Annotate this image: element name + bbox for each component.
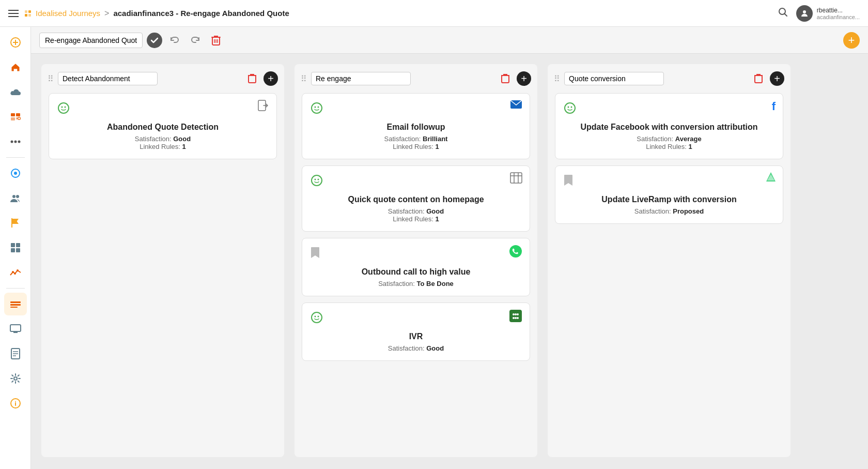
card-ivr-icon	[509, 309, 522, 325]
svg-point-6	[803, 10, 806, 13]
redo-button[interactable]	[187, 32, 204, 49]
sidebar-item-cloud[interactable]	[4, 81, 27, 103]
monitor-icon	[10, 324, 21, 334]
card-outbound-call[interactable]: Outbound call to high value Satisfaction…	[302, 238, 530, 296]
svg-point-79	[568, 107, 569, 108]
grid-icon	[10, 243, 21, 253]
column-delete-button-1[interactable]	[245, 71, 259, 86]
svg-point-52	[65, 107, 66, 108]
svg-rect-62	[510, 173, 522, 183]
breadcrumb-separator: >	[104, 9, 109, 18]
card-header-row-3	[311, 174, 521, 189]
sidebar-item-orange-bar[interactable]	[4, 293, 27, 315]
sidebar-item-document[interactable]	[4, 342, 27, 365]
svg-rect-70	[509, 310, 522, 322]
card-quick-quote[interactable]: Quick quote content on homepage Satisfac…	[302, 165, 530, 232]
card-body-6: Satisfaction: Average Linked Rules: 1	[564, 135, 774, 150]
card-linked-value-1: 1	[182, 143, 186, 150]
toolbar-delete-button[interactable]	[208, 32, 224, 49]
column-add-button-3[interactable]: +	[770, 71, 784, 86]
column-add-button-2[interactable]: +	[517, 71, 531, 86]
card-ivr[interactable]: IVR Satisfaction: Good	[302, 302, 530, 361]
svg-point-80	[571, 107, 572, 108]
drag-handle-3[interactable]: ⠿	[554, 74, 560, 84]
card-satisfaction-7: Satisfaction: Proposed	[564, 207, 774, 215]
settings-icon	[10, 373, 21, 384]
card-title-3: Quick quote content on homepage	[311, 195, 521, 204]
column-cards-1: Abandoned Quote Detection Satisfaction: …	[41, 93, 284, 159]
search-button[interactable]	[778, 7, 788, 20]
svg-rect-24	[11, 243, 15, 247]
sidebar-item-people[interactable]	[4, 187, 27, 209]
svg-point-73	[513, 317, 515, 319]
sidebar-item-chart[interactable]	[4, 261, 27, 284]
svg-point-57	[318, 107, 319, 108]
svg-point-55	[312, 103, 322, 113]
svg-point-67	[312, 312, 322, 323]
card-facebook-conversion[interactable]: f Update Facebook with conversion attrib…	[555, 93, 783, 159]
layers-icon	[10, 112, 21, 122]
card-liveramp-conversion[interactable]: Update LiveRamp with conversion Satisfac…	[555, 165, 783, 224]
card-abandoned-quote-detection[interactable]: Abandoned Quote Detection Satisfaction: …	[49, 93, 277, 159]
breadcrumb-link[interactable]: Idealised Journeys	[36, 9, 100, 18]
sidebar-item-segment[interactable]	[4, 162, 27, 185]
logo-icon	[25, 10, 33, 17]
card-title-1: Abandoned Quote Detection	[57, 123, 268, 132]
card-header-row-5	[311, 311, 521, 326]
sidebar-item-settings[interactable]	[4, 367, 27, 390]
card-smiley-icon-6	[564, 102, 576, 116]
sidebar-divider-1	[6, 157, 25, 158]
sidebar-item-grid[interactable]	[4, 236, 27, 259]
card-email-followup[interactable]: Email followup Satisfaction: Brilliant L…	[302, 93, 530, 159]
svg-rect-49	[249, 75, 256, 83]
redo-icon	[191, 36, 200, 44]
column-delete-button-2[interactable]	[498, 71, 513, 86]
card-liveramp-icon	[765, 171, 777, 185]
column-cards-3: f Update Facebook with conversion attrib…	[548, 93, 791, 224]
column-cards-2: Email followup Satisfaction: Brilliant L…	[295, 93, 537, 361]
svg-rect-10	[11, 113, 15, 116]
column-title-input-2[interactable]	[311, 72, 411, 85]
card-satisfaction-6: Satisfaction: Average	[564, 135, 774, 143]
column-header-3: ⠿ +	[548, 64, 791, 93]
svg-point-71	[513, 313, 515, 315]
canvas-add-button[interactable]: +	[843, 32, 860, 49]
svg-rect-11	[16, 113, 20, 116]
svg-point-17	[10, 141, 13, 143]
column-quote-conversion: ⠿ +	[548, 64, 791, 457]
breadcrumb: Idealised Journeys > acadianfinance3 - R…	[25, 9, 289, 18]
undo-button[interactable]	[166, 32, 183, 49]
undo-icon	[170, 36, 179, 44]
user-avatar	[796, 5, 813, 22]
journey-name-input[interactable]	[39, 33, 143, 48]
drag-handle-2[interactable]: ⠿	[301, 74, 307, 84]
card-linked-value-2: 1	[436, 143, 439, 150]
save-button[interactable]	[147, 33, 162, 48]
drag-handle-1[interactable]: ⠿	[48, 74, 54, 84]
column-add-button-1[interactable]: +	[264, 71, 278, 86]
column-trash-icon-2	[501, 74, 509, 83]
sidebar-item-layers[interactable]	[4, 105, 27, 128]
card-whatsapp-icon	[509, 245, 522, 260]
svg-point-76	[515, 317, 517, 319]
svg-rect-1	[25, 14, 27, 17]
column-title-input-3[interactable]	[564, 72, 664, 85]
card-header-row-6: f	[564, 102, 774, 116]
svg-point-23	[16, 195, 19, 198]
svg-point-18	[14, 141, 17, 143]
user-profile[interactable]: rbeattie... acadianfinance...	[796, 5, 860, 22]
sidebar-item-more[interactable]	[4, 130, 27, 153]
sidebar-item-add[interactable]	[4, 31, 27, 54]
card-body-4: Satisfaction: To Be Done	[311, 280, 521, 288]
card-satisfaction-4: Satisfaction: To Be Done	[311, 280, 521, 288]
column-trash-icon-3	[754, 74, 763, 83]
sidebar-item-flag[interactable]	[4, 211, 27, 234]
sidebar-item-home[interactable]	[4, 56, 27, 79]
column-delete-button-3[interactable]	[751, 71, 766, 86]
column-title-input-1[interactable]	[58, 72, 158, 85]
user-name: rbeattie...	[817, 7, 860, 14]
sidebar-item-info[interactable]	[4, 392, 27, 415]
header-right: rbeattie... acadianfinance...	[778, 5, 860, 22]
sidebar-item-monitor[interactable]	[4, 317, 27, 340]
hamburger-menu[interactable]	[8, 10, 19, 17]
